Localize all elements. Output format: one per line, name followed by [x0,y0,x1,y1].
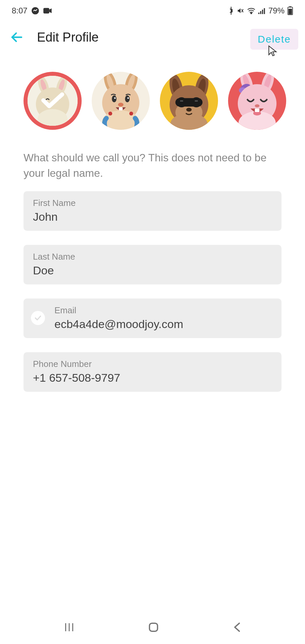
svg-point-26 [129,112,133,116]
android-back-button[interactable] [232,621,242,633]
bunny-avatar-pink [228,72,286,130]
mute-vibrate-icon [237,7,244,14]
svg-rect-44 [195,100,198,101]
battery-percent: 79% [268,6,285,15]
checkmark-icon [41,91,64,111]
svg-rect-11 [289,9,292,14]
video-icon [43,7,52,14]
avatar-option-3[interactable] [160,72,218,130]
last-name-field[interactable]: Last Name Doe [24,245,281,284]
recent-apps-button[interactable] [63,621,75,633]
svg-rect-8 [264,8,265,14]
back-button[interactable] [8,29,25,46]
back-chevron-icon [232,621,242,633]
signal-icon [258,7,266,14]
svg-point-41 [177,97,187,107]
subtitle-text: What should we call you? This does not n… [0,137,305,191]
recent-apps-icon [63,621,75,633]
avatar-option-2[interactable] [92,72,150,130]
svg-rect-43 [180,100,183,101]
svg-point-45 [186,108,191,112]
messenger-icon [31,6,40,15]
avatar-selector [0,56,305,137]
svg-point-27 [112,95,117,102]
cursor-icon [267,45,278,59]
svg-point-29 [114,97,116,99]
first-name-value: John [33,210,272,223]
svg-point-54 [255,104,260,107]
first-name-field[interactable]: First Name John [24,191,281,231]
svg-rect-7 [262,10,263,14]
home-button[interactable] [147,621,160,633]
status-bar: 8:07 79% [0,0,305,19]
svg-rect-6 [260,11,261,14]
profile-form: First Name John Last Name Doe Email ecb4… [0,191,305,392]
svg-rect-60 [149,623,158,631]
svg-point-30 [127,97,129,99]
bunny-avatar-tan [92,72,150,130]
email-field[interactable]: Email ecb4a4de@moodjoy.com [24,299,281,338]
verified-check-icon [31,311,45,325]
dog-avatar-brown [160,72,218,130]
avatar-option-1[interactable] [24,72,82,130]
bluetooth-icon [228,7,234,15]
svg-rect-32 [119,107,123,110]
avatar-option-4[interactable] [228,72,286,130]
svg-rect-5 [258,13,259,14]
svg-rect-1 [43,8,49,13]
phone-label: Phone Number [33,359,272,369]
svg-point-28 [125,95,130,102]
email-value: ecb4a4de@moodjoy.com [54,318,183,331]
last-name-value: Doe [33,264,272,277]
svg-point-4 [251,13,252,14]
page-title: Edit Profile [37,30,99,45]
svg-point-42 [191,97,201,107]
email-label: Email [54,305,183,316]
status-time: 8:07 [12,6,28,15]
svg-rect-56 [255,109,260,112]
last-name-label: Last Name [33,252,272,262]
status-right: 79% [228,6,293,15]
status-left: 8:07 [12,6,52,15]
arrow-left-icon [10,30,24,44]
svg-point-31 [118,103,123,107]
phone-field[interactable]: Phone Number +1 657-508-9797 [24,352,281,392]
home-icon [147,621,160,633]
battery-icon [287,6,293,15]
phone-value: +1 657-508-9797 [33,371,272,384]
android-nav-bar [0,610,305,644]
svg-point-25 [108,112,113,116]
wifi-icon [247,7,256,14]
header: Edit Profile Delete [0,19,305,56]
first-name-label: First Name [33,198,272,208]
